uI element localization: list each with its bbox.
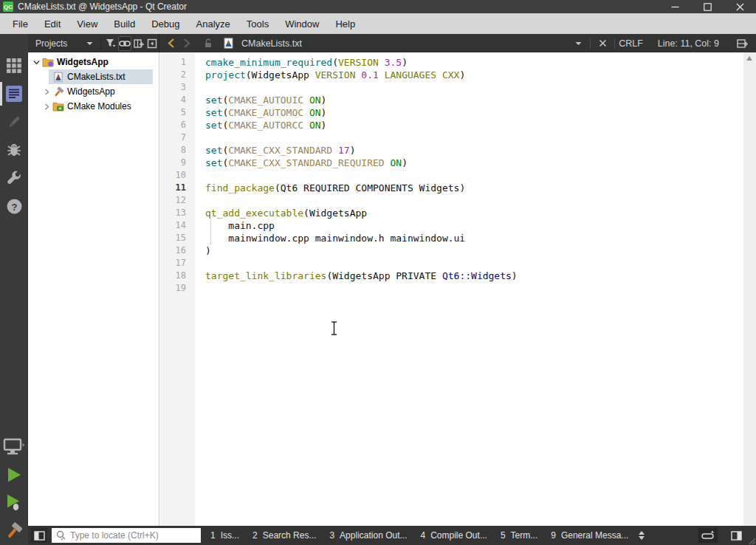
output-pane-label: General Messa... bbox=[561, 530, 628, 541]
code-line-4[interactable]: 4set(CMAKE_AUTOUIC ON) bbox=[160, 94, 743, 106]
code-text: target_link_libraries(WidgetsApp PRIVATE… bbox=[195, 270, 518, 282]
design-mode-button[interactable] bbox=[0, 108, 28, 136]
line-number: 10 bbox=[160, 169, 195, 182]
code-line-11[interactable]: 11find_package(Qt6 REQUIRED COMPONENTS W… bbox=[160, 182, 743, 194]
code-line-9[interactable]: 9set(CMAKE_CXX_STANDARD_REQUIRED ON) bbox=[160, 157, 743, 169]
output-pane-9[interactable]: 9General Messa... bbox=[551, 530, 628, 541]
menu-window[interactable]: Window bbox=[277, 13, 327, 34]
cursor-position-indicator[interactable]: Line: 11, Col: 9 bbox=[658, 38, 719, 49]
document-dropdown-icon[interactable] bbox=[571, 36, 585, 51]
go-forward-icon[interactable] bbox=[179, 36, 194, 51]
code-editor[interactable]: 1cmake_minimum_required(VERSION 3.5)2pro… bbox=[160, 52, 756, 526]
locator[interactable] bbox=[52, 528, 201, 543]
go-back-icon[interactable] bbox=[163, 36, 178, 51]
welcome-mode-button[interactable] bbox=[0, 52, 28, 80]
project-tree-panel: WidgetsAppCMakeLists.txtWidgetsAppCMake … bbox=[28, 52, 159, 526]
menu-debug[interactable]: Debug bbox=[143, 13, 188, 34]
output-pane-2[interactable]: 2Search Res... bbox=[252, 530, 316, 541]
scroll-up-icon[interactable] bbox=[746, 56, 752, 61]
indent-guide bbox=[210, 232, 211, 244]
edit-mode-button[interactable] bbox=[0, 80, 28, 108]
output-pane-label: Application Out... bbox=[340, 530, 407, 541]
toggle-right-sidebar-icon[interactable] bbox=[726, 528, 746, 543]
code-line-5[interactable]: 5set(CMAKE_AUTOMOC ON) bbox=[160, 106, 743, 119]
output-pane-label: Term... bbox=[511, 530, 538, 541]
editor-scrollbar[interactable] bbox=[743, 52, 756, 526]
minimize-button[interactable] bbox=[659, 0, 691, 13]
code-line-16[interactable]: 16) bbox=[160, 244, 743, 257]
code-line-15[interactable]: 15 mainwindow.cpp mainwindow.h mainwindo… bbox=[160, 232, 743, 244]
menu-analyze[interactable]: Analyze bbox=[188, 13, 238, 34]
synchronize-link-icon[interactable] bbox=[118, 36, 131, 51]
output-pane-5[interactable]: 5Term... bbox=[501, 530, 537, 541]
close-button[interactable] bbox=[724, 0, 756, 13]
code-line-19[interactable]: 19 bbox=[160, 282, 743, 295]
split-editor-icon[interactable] bbox=[735, 36, 749, 51]
code-line-8[interactable]: 8set(CMAKE_CXX_STANDARD 17) bbox=[160, 144, 743, 157]
output-pane-3[interactable]: 3Application Out... bbox=[329, 530, 407, 541]
filter-icon[interactable] bbox=[105, 36, 117, 51]
code-line-14[interactable]: 14 main.cpp bbox=[160, 219, 743, 232]
menu-file[interactable]: File bbox=[4, 13, 36, 34]
chevron-down-icon bbox=[86, 41, 93, 46]
tree-item-widgetsapp[interactable]: WidgetsApp bbox=[28, 55, 159, 69]
split-pane-icon[interactable] bbox=[133, 36, 145, 51]
code-text bbox=[195, 81, 205, 94]
qt-creator-logo-icon: QC bbox=[3, 1, 13, 12]
expander-collapsed-icon[interactable] bbox=[41, 103, 52, 110]
menu-view[interactable]: View bbox=[69, 13, 106, 34]
tree-item-widgetsapp[interactable]: WidgetsApp bbox=[28, 84, 159, 99]
run-debug-button[interactable] bbox=[0, 489, 28, 517]
close-document-icon[interactable] bbox=[595, 36, 610, 51]
toggle-left-sidebar-icon[interactable] bbox=[31, 528, 47, 543]
projects-mode-button[interactable] bbox=[0, 164, 28, 192]
line-number: 3 bbox=[160, 81, 195, 94]
line-number: 12 bbox=[160, 194, 195, 207]
expander-collapsed-icon[interactable] bbox=[41, 89, 52, 95]
hammer-icon bbox=[52, 86, 65, 97]
editor-tab-bar: CMakeLists.txt bbox=[159, 34, 619, 52]
build-button[interactable] bbox=[0, 517, 28, 545]
tree-item-label: CMakeLists.txt bbox=[67, 72, 126, 82]
code-line-3[interactable]: 3 bbox=[160, 81, 743, 94]
code-line-10[interactable]: 10 bbox=[160, 169, 743, 182]
code-text: find_package(Qt6 REQUIRED COMPONENTS Wid… bbox=[195, 182, 465, 194]
output-pane-arrows-icon[interactable] bbox=[639, 531, 645, 540]
tree-item-cmakelists-txt[interactable]: CMakeLists.txt bbox=[28, 69, 159, 84]
code-line-13[interactable]: 13qt_add_executable(WidgetsApp bbox=[160, 207, 743, 219]
document-tab-label[interactable]: CMakeLists.txt bbox=[241, 38, 302, 49]
top-toolbar: Projects CMakeLists.txt bbox=[28, 34, 756, 52]
output-pane-number: 1 bbox=[210, 530, 216, 541]
line-number: 4 bbox=[160, 94, 195, 106]
code-line-18[interactable]: 18target_link_libraries(WidgetsApp PRIVA… bbox=[160, 270, 743, 282]
resize-grip-icon[interactable] bbox=[746, 535, 755, 544]
output-pane-1[interactable]: 1Iss... bbox=[210, 530, 239, 541]
pane-selector-dropdown[interactable]: Projects bbox=[28, 34, 97, 52]
tree-item-cmake-modules[interactable]: CMake Modules bbox=[28, 99, 159, 114]
menu-edit[interactable]: Edit bbox=[36, 13, 69, 34]
debug-mode-button[interactable] bbox=[0, 136, 28, 164]
menu-help[interactable]: Help bbox=[327, 13, 363, 34]
code-line-2[interactable]: 2project(WidgetsApp VERSION 0.1 LANGUAGE… bbox=[160, 69, 743, 81]
close-pane-icon[interactable] bbox=[146, 36, 158, 51]
code-line-6[interactable]: 6set(CMAKE_AUTORCC ON) bbox=[160, 119, 743, 131]
menu-build[interactable]: Build bbox=[106, 13, 143, 34]
help-mode-button[interactable]: ? bbox=[0, 192, 28, 220]
maximize-button[interactable] bbox=[691, 0, 724, 13]
run-button[interactable] bbox=[0, 461, 28, 489]
line-ending-indicator[interactable]: CRLF bbox=[619, 38, 643, 49]
search-icon bbox=[56, 530, 66, 541]
run-icon bbox=[5, 466, 23, 484]
code-line-12[interactable]: 12 bbox=[160, 194, 743, 207]
kit-selector-button[interactable] bbox=[0, 433, 28, 461]
locator-input[interactable] bbox=[70, 530, 188, 541]
expander-expanded-icon[interactable] bbox=[31, 59, 41, 66]
tree-item-label: CMake Modules bbox=[67, 101, 131, 112]
progress-details-icon[interactable] bbox=[698, 528, 718, 543]
menu-tools[interactable]: Tools bbox=[238, 13, 277, 34]
code-line-1[interactable]: 1cmake_minimum_required(VERSION 3.5) bbox=[160, 56, 743, 69]
code-line-17[interactable]: 17 bbox=[160, 257, 743, 270]
output-pane-4[interactable]: 4Compile Out... bbox=[421, 530, 487, 541]
code-line-7[interactable]: 7 bbox=[160, 131, 743, 144]
file-lock-icon bbox=[201, 36, 216, 51]
